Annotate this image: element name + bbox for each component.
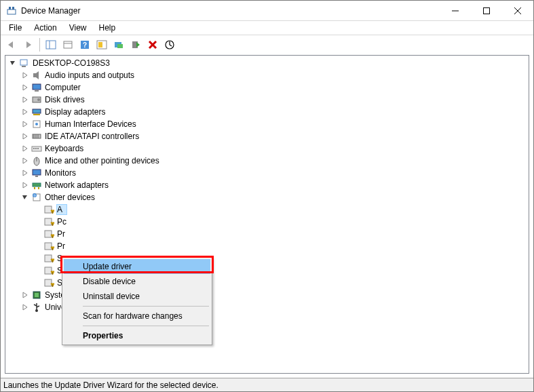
tree-category-label: Mice and other pointing devices: [45, 156, 164, 165]
menu-help[interactable]: Help: [94, 22, 121, 33]
minimize-button[interactable]: [440, 1, 471, 21]
chevron-right-icon[interactable]: [20, 132, 30, 141]
tree-device[interactable]: !Pr: [5, 228, 529, 240]
chevron-right-icon[interactable]: [20, 180, 30, 190]
no-expander: [33, 254, 42, 263]
svg-rect-1: [9, 7, 11, 9]
no-expander: [33, 266, 42, 275]
tree-device-label: A: [57, 205, 66, 214]
toolbar: ?: [1, 35, 533, 54]
monitor-icon: [31, 168, 42, 178]
ide-icon: [31, 131, 42, 142]
tree-device-label: Pr: [57, 241, 69, 251]
help-button[interactable]: ?: [77, 37, 93, 53]
content-area: DESKTOP-CO198S3 Audio inputs and outputs…: [1, 54, 533, 378]
tree-root[interactable]: DESKTOP-CO198S3: [5, 57, 529, 69]
chevron-right-icon[interactable]: [20, 95, 30, 104]
chevron-right-icon[interactable]: [20, 302, 30, 312]
tree-category[interactable]: ?Other devices: [5, 191, 529, 203]
unknown-device-icon: !: [43, 253, 54, 264]
tree-category-label: Display adapters: [45, 107, 109, 117]
usb-icon: [31, 302, 42, 313]
svg-rect-0: [7, 9, 16, 14]
context-menu: Update driver Disable device Uninstall d…: [62, 257, 212, 345]
scan-hardware-button[interactable]: [94, 37, 110, 53]
tree-category[interactable]: Network adapters: [5, 179, 529, 191]
properties-button[interactable]: [60, 37, 76, 53]
context-menu-separator: [83, 306, 209, 307]
no-expander: [33, 229, 42, 239]
tree-device[interactable]: !Pr: [5, 240, 529, 252]
tree-device[interactable]: !A: [5, 203, 529, 216]
tree-category[interactable]: Disk drives: [5, 94, 529, 106]
hid-icon: [31, 119, 42, 130]
svg-rect-59: [45, 243, 52, 250]
tree-category-label: Keyboards: [45, 144, 88, 153]
tree-category[interactable]: Keyboards: [5, 142, 529, 155]
tree-category[interactable]: IDE ATA/ATAPI controllers: [5, 130, 529, 142]
tree-category[interactable]: Computer: [5, 81, 529, 94]
svg-text:?: ?: [83, 41, 87, 49]
uninstall-button[interactable]: [145, 37, 161, 53]
context-menu-update-driver[interactable]: Update driver: [64, 259, 210, 274]
menu-file[interactable]: File: [3, 22, 27, 33]
chevron-right-icon[interactable]: [20, 144, 30, 153]
show-hide-tree-button[interactable]: [43, 37, 59, 53]
no-expander: [33, 278, 42, 288]
svg-rect-43: [35, 176, 38, 177]
context-menu-uninstall-device[interactable]: Uninstall device: [64, 289, 210, 304]
svg-rect-23: [33, 73, 36, 77]
chevron-right-icon[interactable]: [20, 107, 30, 117]
forward-button[interactable]: [20, 37, 37, 53]
tree-category[interactable]: Audio inputs and outputs: [5, 69, 529, 81]
tree-category[interactable]: Mice and other pointing devices: [5, 155, 529, 167]
svg-point-31: [35, 123, 38, 125]
chevron-right-icon[interactable]: [20, 168, 30, 178]
disk-icon: [31, 94, 42, 105]
context-menu-disable-device[interactable]: Disable device: [64, 274, 210, 289]
scan-action-icon: [164, 39, 175, 50]
svg-rect-37: [33, 148, 35, 149]
svg-rect-65: [45, 267, 52, 274]
chevron-down-icon[interactable]: [20, 193, 30, 202]
menu-view[interactable]: View: [64, 22, 92, 33]
unknown-device-icon: !: [43, 277, 54, 288]
tree-category[interactable]: Human Interface Devices: [5, 118, 529, 130]
chevron-right-icon[interactable]: [20, 156, 30, 165]
tree-category[interactable]: Monitors: [5, 167, 529, 179]
enable-device-button[interactable]: [128, 37, 144, 53]
display-adapter-icon: [31, 106, 42, 117]
update-driver-button[interactable]: [111, 37, 127, 53]
chevron-right-icon[interactable]: [20, 119, 30, 129]
svg-rect-25: [35, 90, 39, 92]
close-button[interactable]: [502, 1, 533, 21]
status-text: Launches the Update Driver Wizard for th…: [3, 380, 218, 390]
chevron-right-icon[interactable]: [20, 290, 30, 300]
svg-rect-44: [33, 183, 41, 187]
device-manager-app-icon: [6, 5, 17, 16]
window-controls: [440, 1, 533, 21]
svg-rect-56: [45, 231, 52, 237]
scan-action-button[interactable]: [161, 37, 178, 53]
svg-rect-50: [45, 206, 52, 213]
svg-rect-53: [45, 218, 52, 225]
context-menu-properties[interactable]: Properties: [64, 328, 210, 343]
no-expander: [33, 241, 42, 251]
maximize-button[interactable]: [471, 1, 502, 21]
no-expander: [33, 205, 42, 214]
svg-rect-4: [484, 7, 490, 14]
svg-rect-42: [33, 170, 41, 175]
svg-rect-46: [38, 187, 39, 189]
svg-rect-9: [64, 41, 72, 48]
computer-root-icon: [19, 58, 30, 68]
toolbar-separator: [39, 38, 40, 52]
menu-action[interactable]: Action: [28, 22, 62, 33]
tree-category-label: Other devices: [45, 193, 99, 202]
back-button[interactable]: [3, 37, 20, 53]
chevron-right-icon[interactable]: [20, 83, 30, 92]
tree-category[interactable]: Display adapters: [5, 106, 529, 118]
chevron-down-icon[interactable]: [8, 58, 18, 68]
chevron-right-icon[interactable]: [20, 71, 30, 80]
context-menu-scan-hardware[interactable]: Scan for hardware changes: [64, 309, 210, 324]
tree-device[interactable]: !Pc: [5, 216, 529, 228]
